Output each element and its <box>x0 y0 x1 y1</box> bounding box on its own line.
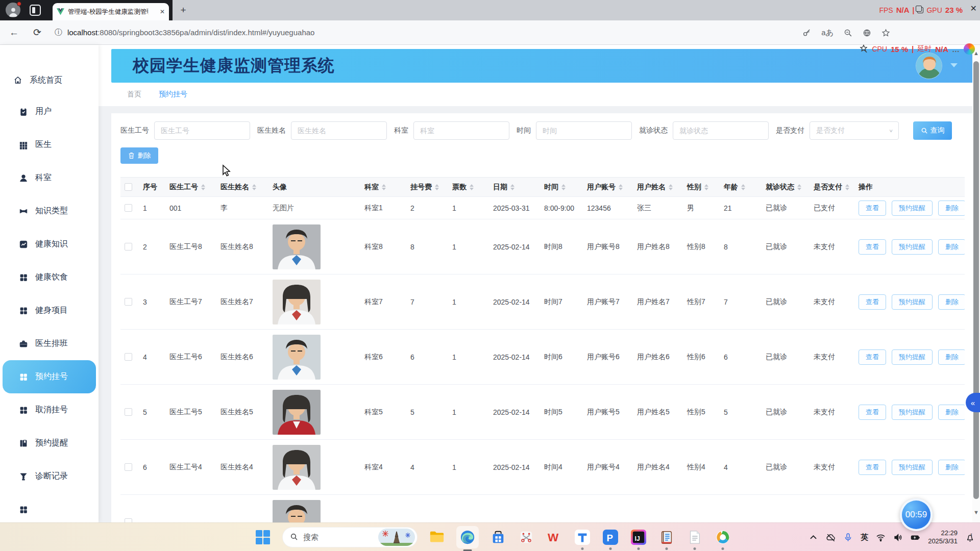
sort-carets-icon[interactable] <box>669 184 673 190</box>
header-fee[interactable]: 挂号费 <box>406 183 448 192</box>
remind-button[interactable]: 预约提醒 <box>892 294 933 310</box>
sidebar-item-partial[interactable] <box>0 493 99 522</box>
snipping-tool-icon[interactable] <box>518 529 535 546</box>
file-explorer-icon[interactable] <box>428 529 446 546</box>
header-doctor_id[interactable]: 医生工号 <box>165 183 216 192</box>
sort-carets-icon[interactable] <box>435 184 439 190</box>
favorites-star-icon[interactable] <box>881 29 890 37</box>
sidebar-item-取消挂号[interactable]: 取消挂号 <box>0 393 99 427</box>
row-checkbox[interactable] <box>125 243 132 251</box>
header-doctor_name[interactable]: 医生姓名 <box>216 183 268 192</box>
header-status[interactable]: 就诊状态 <box>762 183 810 192</box>
remind-button[interactable]: 预约提醒 <box>892 349 933 365</box>
select-all-checkbox[interactable] <box>125 183 132 191</box>
header-user_name[interactable]: 用户姓名 <box>633 183 683 192</box>
header-gender[interactable]: 性别 <box>683 183 720 192</box>
browser-menu-icon[interactable]: … <box>952 45 960 54</box>
row-checkbox[interactable] <box>125 353 132 361</box>
wps-icon[interactable]: W <box>546 529 563 546</box>
delete-row-button[interactable]: 删除 <box>938 239 965 255</box>
sort-carets-icon[interactable] <box>845 184 849 190</box>
delete-row-button[interactable]: 删除 <box>938 349 965 365</box>
sort-carets-icon[interactable] <box>510 184 514 190</box>
avatar-dropdown-caret-icon[interactable] <box>950 63 958 67</box>
view-button[interactable]: 查看 <box>859 405 886 420</box>
sidebar-item-诊断记录[interactable]: 诊断记录 <box>0 460 99 493</box>
row-checkbox[interactable] <box>125 204 132 212</box>
department-input[interactable] <box>413 121 509 140</box>
taskbar-search[interactable]: 搜索 <box>282 527 418 547</box>
tray-chevron-up-icon[interactable] <box>808 533 818 542</box>
view-button[interactable]: 查看 <box>859 201 886 216</box>
wifi-icon[interactable] <box>876 533 886 542</box>
sidebar-item-知识类型[interactable]: 知识类型 <box>0 194 99 228</box>
microphone-icon[interactable] <box>843 533 853 542</box>
doctor-id-input[interactable] <box>154 121 250 140</box>
tencent-docs-icon[interactable] <box>574 529 591 546</box>
tab-search-icon[interactable] <box>30 5 41 16</box>
pixpin-icon[interactable]: P <box>602 529 619 546</box>
sort-carets-icon[interactable] <box>797 184 801 190</box>
floating-timer[interactable]: 00:59 <box>900 498 933 531</box>
zoom-out-icon[interactable] <box>844 29 852 37</box>
url-field[interactable]: ⓘ localhost:8080/springboot3c3856pa/admi… <box>55 28 315 37</box>
header-time[interactable]: 时间 <box>540 183 583 192</box>
row-checkbox[interactable] <box>125 463 132 471</box>
delete-row-button[interactable]: 删除 <box>938 201 965 216</box>
start-button[interactable] <box>254 529 272 546</box>
font-size-icon[interactable]: aあ <box>821 28 834 38</box>
battery-charging-icon[interactable] <box>911 533 920 542</box>
sort-carets-icon[interactable] <box>741 184 745 190</box>
ime-language-indicator[interactable]: 英 <box>861 533 868 542</box>
window-close-button[interactable]: ✕ <box>970 4 977 13</box>
notification-bell-icon[interactable]: z <box>965 533 975 542</box>
visit-status-input[interactable] <box>673 121 769 140</box>
intellij-idea-icon[interactable]: IJ <box>630 529 647 546</box>
user-avatar[interactable] <box>916 53 942 79</box>
sidebar-item-预约挂号[interactable]: 预约挂号 <box>3 360 96 393</box>
refresh-button[interactable]: ⟳ <box>33 27 41 38</box>
onedrive-paused-icon[interactable] <box>826 533 836 542</box>
view-button[interactable]: 查看 <box>859 239 886 255</box>
view-button[interactable]: 查看 <box>859 460 886 475</box>
breadcrumb-current[interactable]: 预约挂号 <box>159 90 187 99</box>
sidebar-item-医生排班[interactable]: 医生排班 <box>0 327 99 360</box>
sidebar-item-健康饮食[interactable]: 健康饮食 <box>0 261 99 294</box>
libreoffice-start-icon[interactable] <box>714 529 731 546</box>
page-scrollbar[interactable]: ▲ ▼ <box>972 45 980 522</box>
sidebar-item-健康知识[interactable]: 健康知识 <box>0 228 99 261</box>
sort-carets-icon[interactable] <box>201 184 205 190</box>
sort-carets-icon[interactable] <box>704 184 708 190</box>
delete-row-button[interactable]: 删除 <box>938 405 965 420</box>
browser-tab[interactable]: 管理端-校园学生健康监测管理系统 ✕ <box>53 3 169 20</box>
copilot-icon[interactable] <box>964 43 975 55</box>
time-input[interactable] <box>536 121 632 140</box>
header-paid[interactable]: 是否支付 <box>810 183 854 192</box>
sidebar-item-医生[interactable]: 医生 <box>0 128 99 161</box>
header-tickets[interactable]: 票数 <box>448 183 489 192</box>
remind-button[interactable]: 预约提醒 <box>892 201 933 216</box>
delete-row-button[interactable]: 删除 <box>938 460 965 475</box>
scrollbar-thumb[interactable] <box>973 61 979 499</box>
header-dept[interactable]: 科室 <box>360 183 406 192</box>
row-checkbox[interactable] <box>125 298 132 306</box>
header-age[interactable]: 年龄 <box>720 183 762 192</box>
remind-button[interactable]: 预约提醒 <box>892 239 933 255</box>
microsoft-store-icon[interactable] <box>489 529 507 546</box>
text-document-icon[interactable] <box>686 529 703 546</box>
sort-carets-icon[interactable] <box>382 184 386 190</box>
remind-button[interactable]: 预约提醒 <box>892 405 933 420</box>
remind-button[interactable]: 预约提醒 <box>892 460 933 475</box>
delete-row-button[interactable]: 删除 <box>938 294 965 310</box>
cursor-star-icon[interactable] <box>859 44 868 54</box>
doctor-name-input[interactable] <box>291 121 387 140</box>
notepad-icon[interactable] <box>658 529 675 546</box>
sidebar-item-系统首页[interactable]: 系统首页 <box>0 65 99 95</box>
back-button[interactable]: ← <box>9 27 19 38</box>
sort-carets-icon[interactable] <box>470 184 474 190</box>
sidebar-item-用户[interactable]: 用户 <box>0 95 99 128</box>
taskbar-clock[interactable]: 22:29 2025/3/31 <box>928 529 958 545</box>
header-date[interactable]: 日期 <box>489 183 540 192</box>
view-button[interactable]: 查看 <box>859 349 886 365</box>
search-button[interactable]: 查询 <box>913 121 952 140</box>
